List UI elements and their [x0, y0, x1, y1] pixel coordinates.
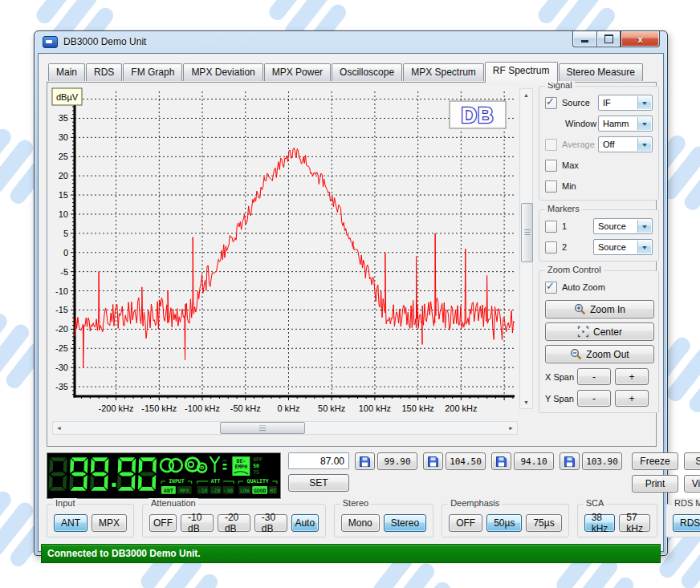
preset-frequency-button-94.10[interactable]: 94.10 — [514, 452, 554, 470]
marker-1-checkbox[interactable] — [545, 221, 557, 233]
view-map-button[interactable]: View Map — [684, 475, 700, 493]
scroll-right-arrow[interactable]: ► — [505, 422, 517, 434]
marker-2-row: 2Source — [545, 239, 653, 255]
plot-background — [51, 86, 518, 421]
deemphasis-75-s-button[interactable]: 75µs — [526, 514, 561, 532]
marker-2-dropdown[interactable]: Source — [593, 239, 653, 255]
svg-text:ANT: ANT — [164, 488, 173, 494]
y-span-minus-button[interactable]: - — [577, 390, 611, 407]
attenuation-20-db-button[interactable]: -20 dB — [218, 514, 250, 532]
frequency-presets: 99.90104.5094.10103.90 — [355, 452, 625, 470]
minimize-button[interactable] — [572, 30, 596, 47]
center-button[interactable]: Center — [545, 322, 654, 341]
x-tick-label: -150 kHz — [141, 403, 177, 413]
source-dropdown[interactable]: IF — [598, 95, 653, 111]
preset-frequency-button-104.50[interactable]: 104.50 — [446, 452, 486, 470]
titlebar[interactable]: DB3000 Demo Unit x — [35, 31, 667, 52]
stereo-stereo-button[interactable]: Stereo — [384, 514, 426, 532]
attenuation-off-button[interactable]: OFF — [149, 514, 177, 532]
tab-strip: MainRDSFM GraphMPX DeviationMPX PowerOsc… — [48, 62, 663, 83]
y-tick-label: 30 — [59, 132, 68, 142]
rds-mode-rds-button[interactable]: RDS — [673, 514, 700, 532]
tab-main[interactable]: Main — [48, 63, 85, 81]
svg-text:QUALITY: QUALITY — [247, 478, 269, 485]
deemphasis-off-button[interactable]: OFF — [449, 514, 482, 532]
led-decimal-point — [112, 483, 116, 487]
deemph-option-50: 50 — [253, 463, 259, 469]
chevron-down-icon — [637, 138, 651, 151]
tab-rds[interactable]: RDS — [86, 63, 122, 81]
tab-mpx-deviation[interactable]: MPX Deviation — [183, 63, 262, 81]
scroll-up-arrow[interactable]: ▲ — [520, 89, 532, 101]
attenuation-auto-button[interactable]: Auto — [291, 514, 319, 532]
maximize-button[interactable] — [596, 30, 621, 47]
zoom-in-button[interactable]: Zoom In — [545, 300, 654, 318]
marker-1-dropdown-value: Source — [598, 221, 626, 231]
preset-frequency-button-103.90[interactable]: 103.90 — [582, 452, 622, 470]
auto-zoom-checkbox[interactable] — [545, 282, 557, 294]
zoom-out-button[interactable]: Zoom Out — [545, 345, 654, 363]
max-checkbox[interactable] — [545, 160, 557, 172]
center-icon — [577, 326, 589, 338]
scroll-down-arrow[interactable]: ▼ — [520, 396, 532, 408]
y-span-plus-button[interactable]: + — [615, 390, 649, 407]
signal-min-row: Min — [545, 178, 653, 194]
attenuation-10-db-button[interactable]: -10 dB — [181, 514, 214, 532]
preset-frequency-button-99.90[interactable]: 99.90 — [377, 452, 417, 470]
attenuation-30-db-button[interactable]: -30 dB — [254, 514, 287, 532]
close-button[interactable]: x — [621, 30, 660, 47]
vertical-scroll-thumb[interactable] — [521, 203, 533, 262]
spectrum-chart-area[interactable]: 35302520151050-5-10-15-20-25-30-35-200 k… — [51, 86, 533, 436]
y-tick-label: -5 — [60, 267, 68, 277]
horizontal-scroll-thumb[interactable] — [220, 422, 305, 434]
marker-2-checkbox[interactable] — [545, 241, 557, 253]
signal-bar — [222, 464, 226, 465]
chart-horizontal-scrollbar[interactable]: ◄ ► — [52, 421, 518, 435]
average-checkbox[interactable] — [545, 139, 557, 151]
save-preset-button[interactable] — [560, 452, 580, 470]
tab-stereo-measure[interactable]: Stereo Measure — [559, 63, 643, 81]
caption-buttons: x — [572, 30, 660, 47]
save-preset-button[interactable] — [423, 452, 443, 470]
x-span-minus-button[interactable]: - — [577, 368, 611, 385]
floppy-disk-icon — [564, 456, 576, 468]
tab-mpx-spectrum[interactable]: MPX Spectrum — [403, 63, 484, 81]
source-dropdown-value: IF — [603, 98, 611, 107]
chart-vertical-scrollbar[interactable]: ▲ ▼ — [519, 88, 533, 409]
average-dropdown[interactable]: Off — [598, 136, 653, 152]
window-dropdown-value: Hamm — [603, 119, 629, 128]
zoom-in-icon — [574, 303, 586, 315]
tab-oscilloscope[interactable]: Oscilloscope — [332, 63, 402, 81]
y-tick-label: -25 — [55, 343, 68, 353]
input-ant-button[interactable]: ANT — [54, 514, 88, 532]
stereo-mono-button[interactable]: Mono — [341, 514, 380, 532]
deemphasis-50-s-button[interactable]: 50µs — [486, 514, 522, 532]
scroll-left-arrow[interactable]: ◄ — [53, 422, 65, 434]
marker-1-dropdown[interactable]: Source — [593, 218, 653, 234]
frequency-input[interactable] — [288, 452, 349, 469]
stereo-group-title: Stereo — [340, 498, 371, 508]
sca-38-khz-button[interactable]: 38 kHz — [584, 514, 616, 532]
tab-mpx-power[interactable]: MPX Power — [264, 63, 331, 81]
freeze-button[interactable]: Freeze — [632, 452, 678, 470]
window-dropdown[interactable]: Hamm — [598, 116, 653, 132]
save-preset-button[interactable] — [355, 452, 375, 470]
print-button[interactable]: Print — [632, 475, 678, 493]
x-span-plus-button[interactable]: + — [615, 368, 649, 385]
save-preset-button[interactable] — [491, 452, 511, 470]
input-mpx-button[interactable]: MPX — [92, 514, 127, 532]
x-tick-label: 150 kHz — [401, 403, 433, 413]
marker-1-label: 1 — [562, 221, 567, 231]
sca-57-khz-button[interactable]: 57 kHz — [619, 514, 650, 532]
tab-fm-graph[interactable]: FM Graph — [123, 63, 182, 81]
settings-button[interactable]: Settings — [684, 452, 700, 470]
close-icon: x — [637, 34, 642, 44]
source-checkbox[interactable] — [545, 97, 557, 109]
input-group: InputANTMPX — [47, 504, 134, 537]
set-frequency-button[interactable]: SET — [288, 474, 349, 492]
frequency-controls: SET — [288, 452, 349, 492]
markers-group-title: Markers — [545, 204, 582, 213]
min-checkbox[interactable] — [545, 180, 557, 193]
svg-text:GOOD: GOOD — [254, 488, 267, 494]
tab-rf-spectrum[interactable]: RF Spectrum — [485, 62, 558, 83]
